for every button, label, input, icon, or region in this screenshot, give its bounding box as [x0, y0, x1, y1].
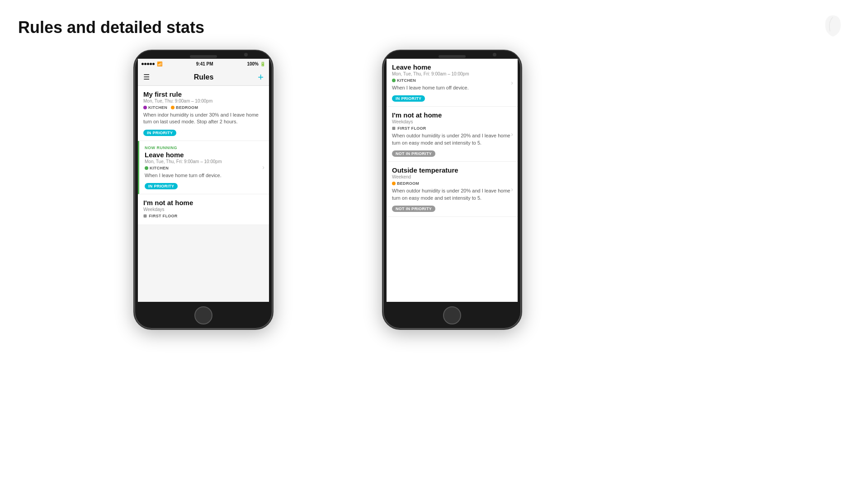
right-rule-desc-3: When outdor humidity is under 20% and I …: [392, 188, 512, 202]
right-rule-title-1: Leave home: [392, 63, 512, 71]
phone-top-bar-left: [134, 51, 273, 59]
right-room-bedroom-3: BEDROOM: [392, 181, 419, 186]
rule-title-1: My first rule: [143, 90, 264, 98]
rules-list-left: My first rule Mon, Tue, Thu: 9:00am – 10…: [138, 86, 269, 225]
priority-badge-1: IN PRIORITY: [143, 130, 176, 136]
right-rule-desc-2: When outdor humidity is under 20% and I …: [392, 132, 512, 146]
rule-schedule-2: Mon, Tue, Thu, Fri: 9:00am – 10:00pm: [145, 159, 264, 164]
kitchen-label-2: KITCHEN: [150, 166, 169, 170]
phone-speaker-left: [190, 55, 217, 58]
right-chevron-3: ›: [511, 186, 513, 193]
phone-screen-right: Leave home Mon, Tue, Thu, Fri: 9:00am – …: [387, 59, 518, 302]
nav-title-left: Rules: [194, 73, 214, 81]
phone-left: 📶 9:41 PM 100% 🔋 ☰ Rules + My first rule…: [133, 50, 274, 330]
right-room-floor-2: ⊞ FIRST FLOOR: [392, 126, 426, 131]
rule-desc-2: When I leave home turn off device.: [145, 172, 264, 179]
right-rule-desc-1: When I leave home turn off device.: [392, 84, 512, 91]
rule-item-2[interactable]: NOW RUNNING Leave home Mon, Tue, Thu, Fr…: [138, 141, 269, 194]
phone-screen-left: 📶 9:41 PM 100% 🔋 ☰ Rules + My first rule…: [138, 59, 269, 302]
floor-label-3: FIRST FLOOR: [149, 214, 177, 218]
room-badge-kitchen-1: KITCHEN: [143, 105, 167, 110]
rule-desc-1: When indor humidity is under 30% and I l…: [143, 112, 264, 126]
phone-speaker-right: [439, 55, 466, 58]
room-badge-kitchen-2: KITCHEN: [145, 166, 169, 170]
rule-schedule-1: Mon, Tue, Thu: 9:00am – 10:00pm: [143, 99, 264, 103]
status-right: 100% 🔋: [247, 61, 265, 66]
battery-icon: 🔋: [260, 61, 265, 66]
right-chevron-1: ›: [511, 79, 513, 86]
right-rule-item-3[interactable]: Outside temperature Weekend BEDROOM When…: [387, 162, 518, 217]
right-floor-label-2: FIRST FLOOR: [397, 126, 426, 131]
right-rule-item-2[interactable]: I'm not at home Weekdays ⊞ FIRST FLOOR W…: [387, 107, 518, 162]
logo-icon: [821, 14, 845, 38]
right-rule-schedule-2: Weekdays: [392, 119, 512, 124]
priority-badge-2: IN PRIORITY: [145, 183, 178, 189]
battery-percent: 100%: [247, 61, 259, 66]
kitchen-dot-1: [143, 106, 147, 109]
dot3: [147, 63, 149, 65]
right-bedroom-label-3: BEDROOM: [397, 181, 419, 186]
right-rule-schedule-1: Mon, Tue, Thu, Fri: 9:00am – 10:00pm: [392, 71, 512, 76]
rule-rooms-3: ⊞ FIRST FLOOR: [143, 214, 264, 218]
nav-bar-left: ☰ Rules +: [138, 69, 269, 86]
right-rule-title-3: Outside temperature: [392, 166, 512, 174]
chevron-icon-2: ›: [262, 164, 264, 171]
room-badge-bedroom-1: BEDROOM: [171, 105, 198, 110]
rule-title-2: Leave home: [145, 151, 264, 159]
status-left: 📶: [142, 61, 162, 66]
right-rule-item-1[interactable]: Leave home Mon, Tue, Thu, Fri: 9:00am – …: [387, 59, 518, 107]
right-priority-1: IN PRIORITY: [392, 95, 425, 102]
bedroom-dot-1: [171, 106, 175, 109]
bedroom-label-1: BEDROOM: [176, 105, 198, 110]
right-bedroom-dot-3: [392, 182, 396, 185]
rule-item-3[interactable]: I'm not at home Weekdays ⊞ FIRST FLOOR: [138, 194, 269, 225]
kitchen-dot-2: [145, 166, 148, 170]
add-rule-button[interactable]: +: [258, 71, 264, 83]
status-bar-left: 📶 9:41 PM 100% 🔋: [138, 59, 269, 69]
right-rule-rooms-1: KITCHEN: [392, 78, 512, 83]
now-running-label: NOW RUNNING: [145, 145, 264, 150]
right-kitchen-label-1: KITCHEN: [397, 78, 416, 83]
right-priority-2: NOT IN PRIORITY: [392, 150, 435, 157]
right-chevron-2: ›: [511, 131, 513, 138]
rule-rooms-2: KITCHEN: [145, 166, 264, 170]
page-title: Rules and detailed stats: [18, 18, 204, 37]
floor-icon-3: ⊞: [143, 214, 147, 218]
home-button-left[interactable]: [194, 306, 212, 324]
phone-camera-left: [244, 53, 248, 56]
phone-camera-right: [493, 53, 496, 56]
wifi-icon: 📶: [157, 61, 162, 66]
hamburger-icon[interactable]: ☰: [143, 73, 150, 81]
rule-item-1[interactable]: My first rule Mon, Tue, Thu: 9:00am – 10…: [138, 86, 269, 141]
rule-schedule-3: Weekdays: [143, 207, 264, 212]
room-badge-floor-3: ⊞ FIRST FLOOR: [143, 214, 178, 218]
right-rule-rooms-3: BEDROOM: [392, 181, 512, 186]
kitchen-label-1: KITCHEN: [148, 105, 167, 110]
signal-dots: [142, 63, 155, 65]
right-rule-rooms-2: ⊞ FIRST FLOOR: [392, 126, 512, 131]
rule-rooms-1: KITCHEN BEDROOM: [143, 105, 264, 110]
status-time: 9:41 PM: [196, 61, 213, 66]
right-floor-icon-2: ⊞: [392, 126, 396, 131]
right-kitchen-dot-1: [392, 79, 396, 82]
right-priority-3: NOT IN PRIORITY: [392, 206, 435, 212]
rule-title-3: I'm not at home: [143, 199, 264, 206]
home-button-right[interactable]: [443, 306, 461, 324]
right-room-kitchen-1: KITCHEN: [392, 78, 416, 83]
dot5: [152, 63, 155, 65]
phone-top-bar-right: [383, 51, 521, 59]
phone-right: Leave home Mon, Tue, Thu, Fri: 9:00am – …: [382, 50, 522, 330]
right-screen-content: Leave home Mon, Tue, Thu, Fri: 9:00am – …: [387, 59, 518, 302]
dot2: [144, 63, 146, 65]
dot4: [150, 63, 152, 65]
right-rule-title-2: I'm not at home: [392, 111, 512, 119]
right-rule-schedule-3: Weekend: [392, 174, 512, 179]
dot1: [142, 63, 144, 65]
